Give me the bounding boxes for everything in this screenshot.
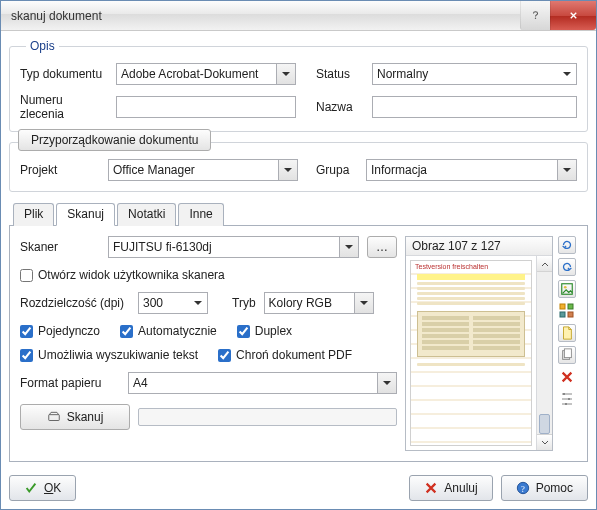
projekt-combo[interactable]: Office Manager bbox=[108, 159, 298, 181]
numeru-input[interactable] bbox=[116, 96, 296, 118]
layout-icon bbox=[559, 303, 575, 319]
assignment-button[interactable]: Przyporządkowanie dokumentu bbox=[18, 129, 211, 151]
svg-rect-10 bbox=[563, 393, 565, 395]
tryb-combo[interactable]: Kolory RGB bbox=[264, 292, 374, 314]
titlebar: skanuj dokument bbox=[1, 1, 596, 31]
preview-caption: Obraz 107 z 127 bbox=[406, 237, 552, 256]
chevron-up-icon bbox=[541, 260, 549, 268]
help-icon bbox=[530, 10, 541, 21]
tool-layout[interactable] bbox=[558, 302, 576, 320]
copy-icon bbox=[560, 348, 574, 362]
svg-rect-5 bbox=[568, 304, 573, 309]
tab-skanuj[interactable]: Skanuj bbox=[56, 203, 115, 226]
ellipsis-icon: … bbox=[376, 240, 388, 254]
nazwa-input[interactable] bbox=[372, 96, 577, 118]
tab-notatki[interactable]: Notatki bbox=[117, 203, 176, 226]
check-icon bbox=[24, 481, 38, 495]
format-label: Format papieru bbox=[20, 376, 120, 390]
window-title: skanuj dokument bbox=[11, 9, 520, 23]
rotate-ccw-icon bbox=[560, 260, 574, 274]
dpi-combo[interactable]: 300 bbox=[138, 292, 208, 314]
preview-scrollbar[interactable] bbox=[536, 256, 552, 450]
tab-inne[interactable]: Inne bbox=[178, 203, 223, 226]
svg-rect-6 bbox=[560, 312, 565, 317]
status-label: Status bbox=[316, 67, 364, 81]
cancel-button[interactable]: Anuluj bbox=[409, 475, 492, 501]
nazwa-label: Nazwa bbox=[316, 100, 364, 114]
image-icon bbox=[560, 282, 574, 296]
tool-rotate-ccw[interactable] bbox=[558, 258, 576, 276]
duplex-checkbox[interactable]: Duplex bbox=[237, 324, 292, 338]
dpi-label: Rozdzielczość (dpi) bbox=[20, 296, 130, 310]
rotate-icon bbox=[560, 238, 574, 252]
opis-legend: Opis bbox=[26, 39, 59, 53]
scroll-down-button[interactable] bbox=[537, 434, 552, 450]
svg-rect-12 bbox=[565, 403, 567, 405]
grupa-combo[interactable]: Informacja bbox=[366, 159, 577, 181]
cancel-icon bbox=[424, 481, 438, 495]
tryb-label: Tryb bbox=[232, 296, 256, 310]
svg-rect-9 bbox=[564, 349, 571, 358]
sliders-icon bbox=[559, 391, 575, 407]
tool-copy[interactable] bbox=[558, 346, 576, 364]
svg-text:?: ? bbox=[521, 484, 525, 494]
titlebar-help-button[interactable] bbox=[520, 1, 550, 30]
page-icon bbox=[560, 326, 574, 340]
svg-rect-11 bbox=[568, 398, 570, 400]
tool-delete[interactable] bbox=[558, 368, 576, 386]
chevron-down-icon bbox=[541, 439, 549, 447]
svg-point-0 bbox=[535, 18, 536, 19]
assignment-group: Przyporządkowanie dokumentu Projekt Offi… bbox=[9, 142, 588, 192]
opis-group: Opis Typ dokumentu Adobe Acrobat-Dokumen… bbox=[9, 39, 588, 132]
scroll-up-button[interactable] bbox=[537, 256, 552, 272]
numeru-label: Numeru zlecenia bbox=[20, 93, 108, 121]
format-combo[interactable]: A4 bbox=[128, 372, 397, 394]
typ-dokumentu-combo[interactable]: Adobe Acrobat-Dokument bbox=[116, 63, 296, 85]
dialog-footer: OK Anuluj ? Pomoc bbox=[9, 475, 588, 501]
preview-page-image: Testversion freischalten bbox=[410, 260, 532, 446]
tool-rotate[interactable] bbox=[558, 236, 576, 254]
svg-rect-7 bbox=[568, 312, 573, 317]
status-combo[interactable]: Normalny bbox=[372, 63, 577, 85]
svg-point-3 bbox=[564, 286, 567, 289]
help-button[interactable]: ? Pomoc bbox=[501, 475, 588, 501]
titlebar-close-button[interactable] bbox=[550, 1, 596, 30]
skaner-label: Skaner bbox=[20, 240, 100, 254]
tool-page[interactable] bbox=[558, 324, 576, 342]
tool-settings[interactable] bbox=[558, 390, 576, 408]
scan-button[interactable]: Skanuj bbox=[20, 404, 130, 430]
svg-rect-1 bbox=[48, 415, 59, 421]
skaner-browse-button[interactable]: … bbox=[367, 236, 397, 258]
auto-checkbox[interactable]: Automatycznie bbox=[120, 324, 217, 338]
scroll-thumb[interactable] bbox=[539, 414, 550, 434]
tab-content-skanuj: Skaner FUJITSU fi-6130dj … Otwórz widok … bbox=[9, 226, 588, 462]
typ-label: Typ dokumentu bbox=[20, 67, 108, 81]
close-icon bbox=[568, 10, 579, 21]
tool-image[interactable] bbox=[558, 280, 576, 298]
svg-rect-4 bbox=[560, 304, 565, 309]
ok-button[interactable]: OK bbox=[9, 475, 76, 501]
protect-checkbox[interactable]: Chroń dokument PDF bbox=[218, 348, 352, 362]
delete-icon bbox=[560, 370, 574, 384]
tab-plik[interactable]: Plik bbox=[13, 203, 54, 226]
skaner-combo[interactable]: FUJITSU fi-6130dj bbox=[108, 236, 359, 258]
scan-progress bbox=[138, 408, 397, 426]
help-circle-icon: ? bbox=[516, 481, 530, 495]
tab-bar: Plik Skanuj Notatki Inne bbox=[9, 202, 588, 226]
projekt-label: Projekt bbox=[20, 163, 100, 177]
single-checkbox[interactable]: Pojedynczo bbox=[20, 324, 100, 338]
grupa-label: Grupa bbox=[316, 163, 358, 177]
ocr-checkbox[interactable]: Umożliwia wyszukiwanie tekst bbox=[20, 348, 198, 362]
scanner-icon bbox=[47, 410, 61, 424]
preview-pane: Obraz 107 z 127 Testversion freischalten bbox=[405, 236, 577, 451]
open-ui-checkbox[interactable]: Otwórz widok użytkownika skanera bbox=[20, 268, 225, 282]
dialog-window: skanuj dokument Opis Typ dokumentu Adobe… bbox=[0, 0, 597, 510]
